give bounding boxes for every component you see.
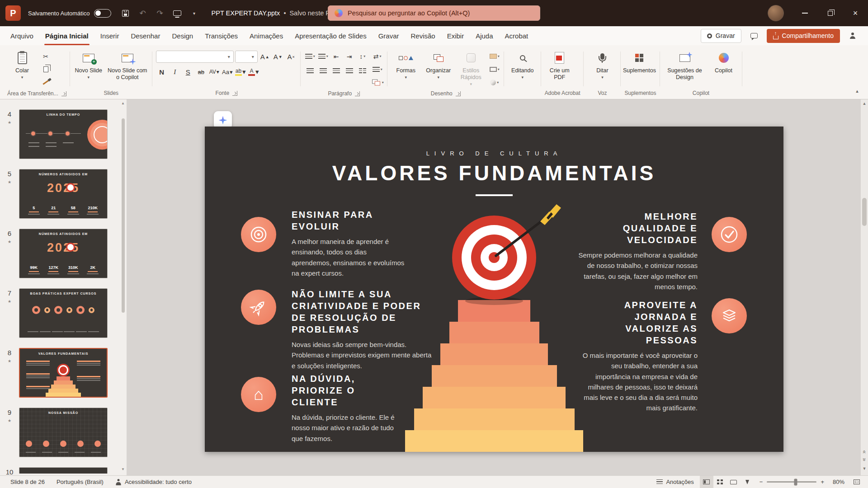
line-spacing-button[interactable]: ↕▾ (357, 51, 368, 62)
align-left-button[interactable] (304, 65, 316, 76)
check-icon[interactable] (712, 217, 747, 252)
redo-button[interactable]: ↷ (152, 5, 168, 21)
convert-smartart-button[interactable]: ▾ (371, 77, 384, 88)
align-right-button[interactable] (330, 65, 342, 76)
tab-acrobat[interactable]: Acrobat (499, 26, 534, 45)
value-item-ensinar[interactable]: ENSINAR PARA EVOLUIR A melhor maneira de… (292, 209, 405, 278)
justify-button[interactable] (344, 65, 355, 76)
copilot-button[interactable]: Copilot (709, 48, 739, 75)
clear-formatting-button[interactable]: A× (285, 51, 297, 63)
panel-scroll-track[interactable] (122, 108, 125, 467)
shape-effects-button[interactable]: ▾ (489, 77, 500, 88)
dictate-button[interactable]: Ditar ▾ (587, 48, 617, 80)
autosave-control[interactable]: Salvamento Automático (28, 9, 111, 18)
slide-thumbnail[interactable]: BOAS PRÁTICAS EXPERT CURSOS (19, 288, 108, 338)
fit-slide-to-window-button[interactable] (850, 476, 863, 488)
notes-toggle[interactable]: Anotações (651, 476, 699, 488)
scroll-down-icon[interactable]: ▼ (121, 467, 125, 474)
new-slide-button[interactable]: + Novo Slide ▾ (74, 48, 104, 80)
scroll-up-icon[interactable]: ▲ (121, 101, 125, 108)
autosave-toggle[interactable] (94, 9, 111, 18)
slide-thumbnail-current[interactable]: VALORES FUNDAMENTAIS (19, 348, 108, 398)
copilot-search-bar[interactable]: Pesquisar ou perguntar ao Copilot (Alt+Q… (328, 5, 540, 21)
accessibility-status[interactable]: Acessibilidade: tudo certo (109, 476, 198, 488)
house-icon[interactable]: ⌂ (241, 377, 276, 412)
increase-indent-button[interactable]: ⇥ (344, 51, 355, 62)
tab-animacoes[interactable]: Animações (244, 26, 289, 45)
restore-button[interactable] (817, 0, 843, 26)
language-selector[interactable]: Português (Brasil) (51, 476, 109, 488)
slide-thumbnail[interactable]: NÚMEROS ATINGIDOS EM 2025 99K 127K 310K … (19, 229, 108, 278)
numbering-button[interactable]: ▾ (317, 51, 329, 62)
thumbnail-item-6[interactable]: 6 ★ NÚMEROS ATINGIDOS EM 2025 99K 127K 3… (0, 229, 127, 278)
thumbnail-item-5[interactable]: 5 ★ NÚMEROS ATINGIDOS EM 2025 5 21 58 21… (0, 169, 127, 219)
thumbnail-item-10[interactable]: 10 (0, 467, 127, 475)
dialog-launcher-icon[interactable] (355, 91, 360, 96)
minimize-button[interactable] (792, 0, 817, 26)
align-text-button[interactable]: ▾ (371, 64, 384, 75)
collapse-ribbon-button[interactable]: ▴ (851, 85, 863, 96)
rocket-icon[interactable] (241, 290, 276, 325)
bullets-button[interactable]: ▾ (304, 51, 316, 62)
addins-button[interactable]: Suplementos (624, 48, 654, 75)
comments-button[interactable] (746, 29, 762, 43)
value-item-qualidade[interactable]: MELHORE QUALIDADE E VELOCIDADE Sempre po… (571, 211, 698, 292)
columns-button[interactable] (357, 65, 368, 76)
slideshow-view-button[interactable] (741, 476, 754, 488)
shape-outline-button[interactable]: ▾ (489, 64, 500, 75)
dialog-launcher-icon[interactable] (232, 91, 237, 96)
scroll-down-icon[interactable]: ▼ (863, 465, 867, 473)
text-direction-button[interactable]: ⇄▾ (371, 51, 384, 62)
tab-exibir[interactable]: Exibir (441, 26, 470, 45)
zoom-slider-thumb[interactable] (794, 479, 797, 485)
editor-scrollbar[interactable]: ▲ « « ▼ (861, 99, 868, 475)
record-button[interactable]: Gravar (701, 29, 741, 43)
target-icon[interactable] (241, 217, 276, 252)
value-item-jornada[interactable]: APROVEITE A JORNADA E VALORIZE AS PESSOA… (576, 299, 698, 413)
shape-fill-button[interactable]: ▾ (489, 51, 500, 62)
copy-button[interactable] (40, 64, 52, 75)
close-button[interactable]: × (843, 0, 868, 26)
share-button[interactable]: ↑ Compartilhamento (767, 29, 840, 43)
slide-counter[interactable]: Slide 8 de 26 (5, 476, 51, 488)
strikethrough-button[interactable]: ab (195, 66, 207, 78)
slide-sorter-view-button[interactable] (713, 476, 727, 488)
tab-pagina-inicial[interactable]: Página Inicial (39, 26, 94, 45)
normal-view-button[interactable] (700, 476, 713, 488)
thumbnail-item-9[interactable]: 9 ★ NOSSA MISSÃO (0, 408, 127, 457)
highlight-color-button[interactable]: ab ▾ (235, 66, 246, 78)
slide-thumbnail[interactable] (19, 467, 108, 474)
slideshow-from-start-button[interactable] (169, 5, 185, 21)
editor-scroll-track[interactable] (861, 108, 868, 447)
zoom-out-button[interactable]: − (760, 479, 763, 485)
font-name-combo[interactable]: ▾ (156, 51, 234, 63)
slide-eyebrow-text[interactable]: LIVRO DE CULTURA (205, 150, 783, 157)
powerpoint-logo-icon[interactable]: P (5, 5, 21, 21)
slide-thumbnail[interactable]: NÚMEROS ATINGIDOS EM 2025 5 21 58 210K (19, 169, 108, 219)
dialog-launcher-icon[interactable] (61, 91, 66, 96)
quick-styles-button[interactable]: Estilos Rápidos ▾ (456, 48, 486, 87)
tab-gravar[interactable]: Gravar (373, 26, 405, 45)
value-item-criatividade[interactable]: NÃO LIMITE A SUA CRIATIVIDADE E PODER DE… (292, 288, 436, 371)
design-ideas-button[interactable]: Sugestões de Design (664, 48, 706, 82)
slide-thumbnail[interactable]: LINHA DO TEMPO (19, 109, 108, 159)
font-size-combo[interactable]: ▾ (235, 51, 258, 63)
cut-button[interactable]: ✂ (40, 51, 52, 62)
zoom-in-button[interactable]: + (821, 479, 824, 485)
tab-revisao[interactable]: Revisão (405, 26, 441, 45)
scroll-up-icon[interactable]: ▲ (863, 99, 867, 108)
change-case-button[interactable]: Aa▾ (222, 66, 233, 78)
panel-scrollbar[interactable]: ▲ ▼ (120, 101, 126, 474)
thumbnail-item-8-selected[interactable]: 8 ★ VALORES FUNDAMENTAIS (0, 348, 127, 398)
reading-view-button[interactable] (727, 476, 741, 488)
create-pdf-button[interactable]: Crie um PDF (545, 48, 575, 82)
current-slide[interactable]: LIVRO DE CULTURA VALORES FUNDAMENTAIS (205, 127, 783, 452)
editing-button[interactable]: Editando ▾ (508, 48, 538, 80)
tab-ajuda[interactable]: Ajuda (470, 26, 499, 45)
zoom-percentage[interactable]: 80% (828, 479, 844, 485)
zoom-slider[interactable] (767, 481, 816, 483)
thumbnail-item-4[interactable]: 4 ★ LINHA DO TEMPO (0, 109, 127, 159)
layers-icon[interactable] (712, 298, 747, 333)
shapes-button[interactable]: Formas ▾ (391, 48, 421, 80)
thumbnail-item-7[interactable]: 7 ★ BOAS PRÁTICAS EXPERT CURSOS (0, 288, 127, 338)
